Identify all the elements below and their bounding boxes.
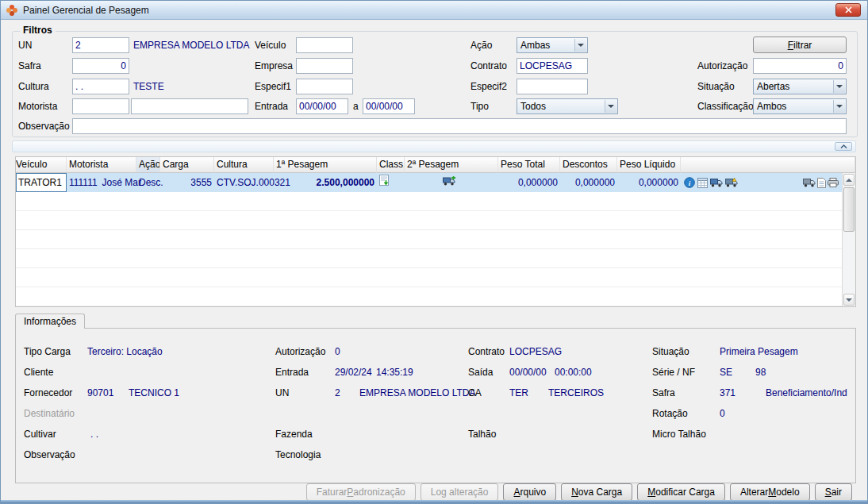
info-entrada-date: 29/02/24 — [335, 367, 372, 378]
column-header-cultura[interactable]: Cultura — [214, 157, 274, 173]
tipo-carga-label: Tipo Carga — [24, 346, 71, 357]
collapse-filters-button[interactable] — [835, 142, 852, 151]
scroll-up-arrow-icon[interactable] — [843, 174, 855, 186]
safra-label: Safra — [18, 60, 41, 71]
motorista-code-input[interactable] — [72, 98, 129, 114]
acao-cell: Desc. — [136, 173, 160, 192]
truck-warning-icon[interactable] — [725, 178, 738, 187]
table-scrollbar[interactable] — [842, 173, 855, 306]
class-cell — [377, 173, 405, 192]
vehicle-cell[interactable]: TRATOR1 — [16, 173, 67, 192]
entrada-from-input[interactable] — [296, 98, 348, 114]
motorista-name-input[interactable] — [131, 98, 248, 114]
column-header-acao[interactable]: Ação — [136, 157, 160, 173]
saida-time: 00:00:00 — [555, 367, 592, 378]
un-input[interactable] — [72, 37, 129, 53]
close-button[interactable] — [835, 3, 861, 17]
primeira-pesagem-cell: 2.500,000000 — [274, 173, 377, 192]
document-icon[interactable] — [817, 178, 826, 188]
column-header-peso-liquido[interactable]: Peso Líquido — [617, 157, 681, 173]
info-un-description: EMPRESA MODELO LTDA — [359, 387, 475, 398]
table-empty-rows — [16, 192, 855, 306]
micro-talhao-label: Micro Talhão — [652, 429, 706, 440]
truck-gray-icon[interactable] — [803, 179, 816, 187]
info-safra-value: 371 — [720, 387, 735, 398]
motorista-label: Motorista — [18, 101, 57, 112]
serie-nf-label: Série / NF — [652, 367, 695, 378]
cultura-label: Cultura — [18, 81, 49, 92]
entrada-separator-label: a — [353, 101, 359, 112]
observacao-filter-label: Observação — [18, 121, 70, 132]
scrollbar-thumb[interactable] — [843, 187, 855, 232]
info-entrada-label: Entrada — [275, 367, 309, 378]
empresa-label: Empresa — [255, 60, 293, 71]
nova-carga-button[interactable]: Nova Carga — [561, 483, 632, 501]
info-autorizacao-value: 0 — [335, 346, 340, 357]
arquivo-button[interactable]: Arquivo — [503, 483, 556, 501]
column-header-descontos[interactable]: Descontos — [560, 157, 617, 173]
truck-add-icon[interactable] — [443, 176, 456, 186]
window-title: Painel Gerencial de Pesagem — [23, 5, 149, 16]
column-header-primeira-pesagem[interactable]: 1ª Pesagem — [274, 157, 377, 173]
alterar-modelo-button[interactable]: Alterar Modelo — [730, 483, 810, 501]
entrada-to-input[interactable] — [363, 98, 415, 114]
truck-blue-icon[interactable] — [710, 179, 723, 187]
column-header-segunda-pesagem[interactable]: 2ª Pesagem — [405, 157, 498, 173]
info-safra-label: Safra — [652, 387, 675, 398]
segunda-pesagem-cell — [405, 173, 498, 192]
info-un-value: 2 — [335, 387, 340, 398]
safra-input[interactable] — [72, 58, 129, 74]
faturar-padronizacao-button: Faturar Padronização — [306, 483, 416, 501]
footer-button-bar: Faturar Padronização Log alteração Arqui… — [1, 483, 852, 501]
weighing-ticket-icon[interactable] — [379, 175, 389, 186]
motorista-cell: 111111José Mar — [67, 173, 136, 192]
talhao-label: Talhão — [468, 429, 496, 440]
tab-informacoes[interactable]: Informações — [15, 314, 85, 329]
column-header-veiculo[interactable]: Veículo — [16, 157, 67, 173]
info-entrada-time: 14:35:19 — [376, 367, 413, 378]
filtrar-button[interactable]: Filtrar — [753, 37, 847, 53]
classificacao-select[interactable]: Ambos — [753, 98, 847, 114]
empresa-input[interactable] — [296, 58, 353, 74]
cultura-cell: CTV.SOJ.000321 — [214, 173, 274, 192]
especif2-input[interactable] — [517, 79, 588, 94]
saida-label: Saída — [468, 367, 493, 378]
modificar-carga-button[interactable]: Modificar Carga — [637, 483, 725, 501]
tipo-carga-value: Terceiro: Locação — [87, 346, 163, 357]
scroll-down-arrow-icon[interactable] — [843, 294, 855, 306]
acao-select[interactable]: Ambas — [517, 37, 588, 53]
observacao-input[interactable] — [72, 118, 847, 134]
column-header-motorista[interactable]: Motorista — [67, 157, 136, 173]
contrato-input[interactable] — [517, 58, 588, 74]
situacao-select[interactable]: Abertas — [753, 79, 847, 94]
chevron-down-icon — [574, 39, 586, 52]
ca-code: TER — [509, 387, 528, 398]
rotacao-label: Rotação — [652, 408, 688, 419]
app-logo-icon — [6, 4, 18, 17]
veiculo-input[interactable] — [296, 37, 353, 53]
column-header-peso-total[interactable]: Peso Total — [498, 157, 560, 173]
printer-icon[interactable] — [828, 178, 839, 187]
veiculo-label: Veículo — [255, 40, 286, 51]
acao-selected-value: Ambas — [520, 40, 550, 51]
details-grid-icon[interactable] — [697, 178, 708, 188]
entrada-label: Entrada — [255, 101, 288, 112]
tipo-select[interactable]: Todos — [517, 98, 618, 114]
autorizacao-input[interactable] — [753, 58, 847, 74]
peso-total-cell: 0,000000 — [498, 173, 560, 192]
column-header-class[interactable]: Class. — [377, 157, 405, 173]
cultura-input[interactable] — [72, 79, 129, 94]
serie-value: SE — [720, 367, 732, 378]
contrato-label: Contrato — [470, 60, 507, 71]
especif1-input[interactable] — [296, 79, 353, 94]
info-icon[interactable]: i — [684, 177, 695, 188]
filters-group-label: Filtros — [20, 25, 56, 36]
ca-label: CA — [468, 387, 482, 398]
chevron-down-icon — [605, 100, 616, 113]
fornecedor-code: 90701 — [87, 387, 113, 398]
column-header-carga[interactable]: Carga — [160, 157, 214, 173]
classificacao-selected-value: Ambos — [757, 101, 786, 112]
sair-button[interactable]: Sair — [815, 483, 852, 501]
table-row[interactable]: TRATOR1 111111José Mar Desc. 3555 CTV.SO… — [16, 173, 855, 192]
fornecedor-label: Fornecedor — [24, 387, 72, 398]
